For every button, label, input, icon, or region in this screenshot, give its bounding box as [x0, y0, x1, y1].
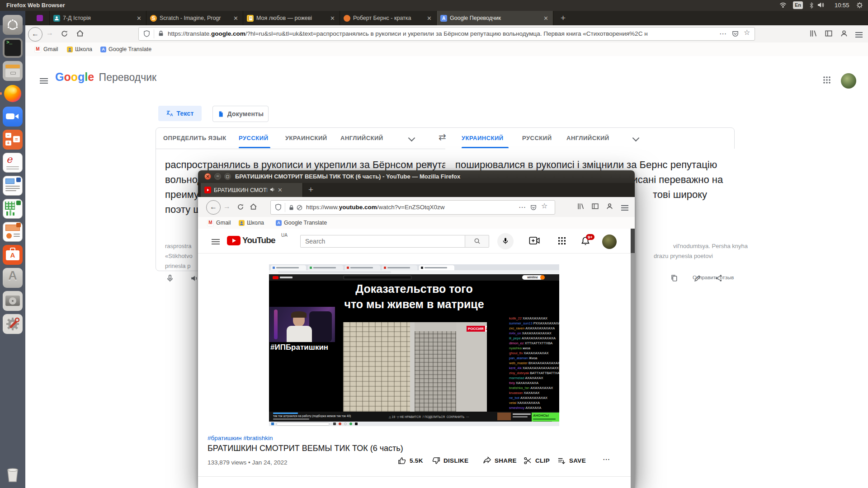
dock-terminal-icon[interactable]: >_: [3, 38, 23, 58]
tracking-shield-icon[interactable]: [275, 204, 282, 212]
search-button[interactable]: [465, 235, 489, 248]
forward-button[interactable]: →: [46, 29, 53, 37]
account-icon[interactable]: [840, 29, 848, 39]
dislike-button[interactable]: DISLIKE: [432, 456, 468, 465]
dock-libreoffice-writer-icon[interactable]: [3, 176, 23, 196]
target-lang-english[interactable]: АНГЛИЙСКИЙ: [566, 128, 609, 148]
source-lang-english[interactable]: АНГЛИЙСКИЙ: [340, 128, 383, 148]
dock-software-updater-icon[interactable]: [3, 314, 23, 334]
swap-languages-icon[interactable]: ⇄: [439, 131, 446, 142]
dock-ubuntu-software-icon[interactable]: A: [3, 245, 23, 265]
tab-close-icon[interactable]: ✕: [232, 15, 239, 22]
bookmark-star-icon[interactable]: ☆: [541, 202, 547, 210]
tab-close-icon[interactable]: ✕: [277, 187, 283, 193]
menu-icon[interactable]: [621, 204, 628, 212]
copy-translation-icon[interactable]: [670, 274, 678, 284]
source-lang-chevron-icon[interactable]: [408, 135, 415, 142]
voice-input-icon[interactable]: [166, 274, 174, 284]
youtube-logo-text[interactable]: YouTube: [242, 235, 275, 245]
autoplay-blocked-icon[interactable]: [297, 204, 302, 212]
dock-libreoffice-impress-icon[interactable]: [3, 222, 23, 242]
video-player[interactable]: winline Доказательство того что мы живем…: [269, 264, 559, 426]
clear-text-icon[interactable]: ✕: [425, 160, 433, 170]
dock-ubuntu-icon[interactable]: [3, 15, 23, 35]
youtube-apps-grid-icon[interactable]: [558, 237, 566, 247]
power-menu-icon[interactable]: [856, 2, 863, 9]
video-hashtags[interactable]: #братишкин #bratishkin: [208, 435, 273, 441]
close-window-button[interactable]: ✕: [204, 173, 211, 180]
tab-book[interactable]: Моя любов — рожеві ✕: [243, 11, 340, 25]
forward-button[interactable]: →: [223, 202, 231, 211]
google-logo[interactable]: Google Переводчик: [55, 70, 156, 84]
dock-calculator-icon[interactable]: −+=: [3, 130, 23, 150]
clock[interactable]: 10:55: [835, 0, 849, 11]
sidebar-toggle-icon[interactable]: [591, 202, 599, 212]
dock-zoom-icon[interactable]: [3, 107, 23, 127]
send-feedback-link[interactable]: Отправить отзыв: [693, 275, 734, 280]
lock-icon[interactable]: [288, 204, 294, 212]
app-menu-icon[interactable]: [40, 77, 48, 85]
bookmark-gmail[interactable]: M Gmail: [207, 217, 231, 229]
scrollbar[interactable]: [631, 229, 635, 488]
wifi-icon[interactable]: [779, 2, 787, 9]
scrollbar-thumb[interactable]: [631, 229, 635, 253]
dock-disks-icon[interactable]: [3, 291, 23, 311]
dock-archive-icon[interactable]: [3, 61, 23, 81]
bookmark-gmail[interactable]: M Gmail: [34, 42, 58, 56]
target-lang-chevron-icon[interactable]: [632, 135, 640, 142]
sidebar-toggle-icon[interactable]: [825, 29, 833, 39]
dock-firefox-icon[interactable]: [3, 84, 23, 103]
back-button[interactable]: ←: [28, 27, 42, 42]
bookmark-school[interactable]: Школа: [67, 42, 92, 56]
tab-youtube-video[interactable]: БРАТИШКИН СМОТР ✕: [201, 183, 303, 197]
bookmark-school[interactable]: Школа: [239, 217, 264, 229]
url-bar[interactable]: https://translate.google.com/?hl=ru&sl=r…: [138, 27, 755, 41]
tracking-shield-icon[interactable]: [143, 30, 150, 39]
target-lang-russian[interactable]: РУССКИЙ: [522, 128, 552, 148]
url-bar[interactable]: https://www.youtube.com/watch?v=EnZSOtqX…: [270, 200, 555, 215]
tab-scratch[interactable]: S Scratch - Imagine, Progr ✕: [146, 11, 243, 25]
reload-button[interactable]: [237, 203, 244, 212]
pocket-icon[interactable]: [530, 204, 537, 212]
tab-close-icon[interactable]: ✕: [426, 15, 433, 22]
volume-icon[interactable]: [817, 2, 825, 9]
pocket-icon[interactable]: [732, 30, 739, 39]
page-actions-icon[interactable]: ⋯: [519, 201, 526, 214]
youtube-logo-icon[interactable]: [227, 236, 241, 245]
avatar[interactable]: [841, 73, 856, 89]
menu-icon[interactable]: [855, 31, 863, 39]
page-actions-icon[interactable]: ⋯: [719, 28, 726, 40]
like-button[interactable]: 5.5K: [398, 456, 423, 465]
more-actions-icon[interactable]: ⋯: [603, 455, 610, 464]
dock-trash-icon[interactable]: [3, 465, 23, 484]
bookmark-google-translate[interactable]: А Google Translate: [100, 42, 151, 56]
lock-icon[interactable]: [158, 30, 164, 38]
save-button[interactable]: SAVE: [557, 456, 586, 465]
documents-mode-button[interactable]: Документы: [212, 106, 269, 122]
active-app-name[interactable]: Firefox Web Browser: [6, 0, 65, 11]
bookmark-star-icon[interactable]: ☆: [744, 28, 750, 37]
guide-menu-icon[interactable]: [212, 238, 220, 246]
dock-libreoffice-calc-icon[interactable]: [3, 199, 23, 219]
new-tab-button[interactable]: +: [308, 183, 313, 197]
pinned-tab[interactable]: [30, 11, 50, 25]
reload-button[interactable]: [61, 30, 68, 39]
library-icon[interactable]: [577, 202, 585, 212]
maximize-window-button[interactable]: ▢: [224, 173, 231, 180]
avatar[interactable]: [602, 235, 617, 249]
bluetooth-icon[interactable]: [809, 2, 816, 9]
home-button[interactable]: [76, 29, 84, 39]
account-icon[interactable]: [606, 202, 613, 212]
text-mode-button[interactable]: A Текст: [158, 106, 202, 121]
google-apps-grid-icon[interactable]: [823, 76, 831, 86]
bookmark-google-translate[interactable]: А Google Translate: [276, 217, 327, 229]
listen-icon[interactable]: [190, 274, 198, 284]
dock-avidemux-icon[interactable]: A: [3, 268, 23, 288]
tab-audio-icon[interactable]: [270, 187, 275, 193]
source-lang-detect[interactable]: ОПРЕДЕЛИТЬ ЯЗЫК: [163, 128, 226, 148]
back-button[interactable]: ←: [206, 200, 221, 215]
tab-history-class[interactable]: 7-Д Історія ✕: [50, 11, 146, 25]
tab-close-icon[interactable]: ✕: [329, 15, 336, 22]
keyboard-layout-indicator[interactable]: En: [793, 1, 803, 9]
search-input[interactable]: [300, 235, 465, 248]
